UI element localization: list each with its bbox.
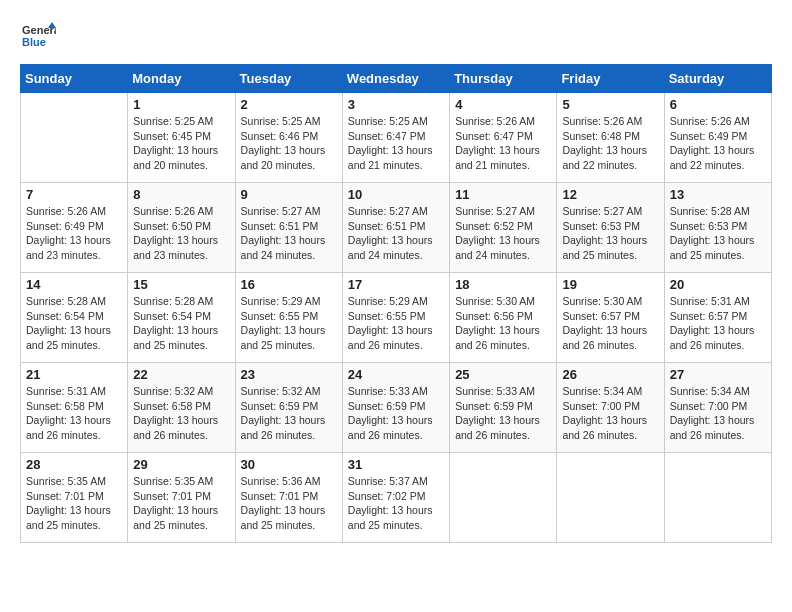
- calendar-cell: 14Sunrise: 5:28 AM Sunset: 6:54 PM Dayli…: [21, 273, 128, 363]
- calendar-cell: 20Sunrise: 5:31 AM Sunset: 6:57 PM Dayli…: [664, 273, 771, 363]
- day-number: 31: [348, 457, 444, 472]
- weekday-header-thursday: Thursday: [450, 65, 557, 93]
- weekday-header-wednesday: Wednesday: [342, 65, 449, 93]
- day-info: Sunrise: 5:37 AM Sunset: 7:02 PM Dayligh…: [348, 474, 444, 533]
- week-row-5: 28Sunrise: 5:35 AM Sunset: 7:01 PM Dayli…: [21, 453, 772, 543]
- day-number: 27: [670, 367, 766, 382]
- day-number: 8: [133, 187, 229, 202]
- calendar-cell: 22Sunrise: 5:32 AM Sunset: 6:58 PM Dayli…: [128, 363, 235, 453]
- day-info: Sunrise: 5:25 AM Sunset: 6:46 PM Dayligh…: [241, 114, 337, 173]
- calendar-cell: 2Sunrise: 5:25 AM Sunset: 6:46 PM Daylig…: [235, 93, 342, 183]
- logo: General Blue: [20, 20, 56, 56]
- week-row-2: 7Sunrise: 5:26 AM Sunset: 6:49 PM Daylig…: [21, 183, 772, 273]
- header: General Blue: [20, 20, 772, 56]
- day-info: Sunrise: 5:30 AM Sunset: 6:57 PM Dayligh…: [562, 294, 658, 353]
- day-number: 18: [455, 277, 551, 292]
- day-number: 1: [133, 97, 229, 112]
- calendar-cell: 15Sunrise: 5:28 AM Sunset: 6:54 PM Dayli…: [128, 273, 235, 363]
- day-info: Sunrise: 5:28 AM Sunset: 6:53 PM Dayligh…: [670, 204, 766, 263]
- day-number: 10: [348, 187, 444, 202]
- calendar-cell: 6Sunrise: 5:26 AM Sunset: 6:49 PM Daylig…: [664, 93, 771, 183]
- day-number: 20: [670, 277, 766, 292]
- day-info: Sunrise: 5:25 AM Sunset: 6:45 PM Dayligh…: [133, 114, 229, 173]
- week-row-4: 21Sunrise: 5:31 AM Sunset: 6:58 PM Dayli…: [21, 363, 772, 453]
- calendar-cell: 16Sunrise: 5:29 AM Sunset: 6:55 PM Dayli…: [235, 273, 342, 363]
- calendar-cell: 30Sunrise: 5:36 AM Sunset: 7:01 PM Dayli…: [235, 453, 342, 543]
- week-row-3: 14Sunrise: 5:28 AM Sunset: 6:54 PM Dayli…: [21, 273, 772, 363]
- day-number: 3: [348, 97, 444, 112]
- calendar-body: 1Sunrise: 5:25 AM Sunset: 6:45 PM Daylig…: [21, 93, 772, 543]
- day-info: Sunrise: 5:36 AM Sunset: 7:01 PM Dayligh…: [241, 474, 337, 533]
- calendar-cell: 29Sunrise: 5:35 AM Sunset: 7:01 PM Dayli…: [128, 453, 235, 543]
- day-number: 21: [26, 367, 122, 382]
- week-row-1: 1Sunrise: 5:25 AM Sunset: 6:45 PM Daylig…: [21, 93, 772, 183]
- day-info: Sunrise: 5:26 AM Sunset: 6:49 PM Dayligh…: [670, 114, 766, 173]
- svg-text:Blue: Blue: [22, 36, 46, 48]
- day-number: 13: [670, 187, 766, 202]
- calendar-cell: [557, 453, 664, 543]
- calendar-cell: [450, 453, 557, 543]
- weekday-header-row: SundayMondayTuesdayWednesdayThursdayFrid…: [21, 65, 772, 93]
- day-number: 4: [455, 97, 551, 112]
- calendar-cell: 27Sunrise: 5:34 AM Sunset: 7:00 PM Dayli…: [664, 363, 771, 453]
- day-info: Sunrise: 5:35 AM Sunset: 7:01 PM Dayligh…: [133, 474, 229, 533]
- day-number: 12: [562, 187, 658, 202]
- day-info: Sunrise: 5:35 AM Sunset: 7:01 PM Dayligh…: [26, 474, 122, 533]
- calendar-cell: 18Sunrise: 5:30 AM Sunset: 6:56 PM Dayli…: [450, 273, 557, 363]
- calendar-cell: 9Sunrise: 5:27 AM Sunset: 6:51 PM Daylig…: [235, 183, 342, 273]
- day-info: Sunrise: 5:27 AM Sunset: 6:52 PM Dayligh…: [455, 204, 551, 263]
- calendar-cell: 10Sunrise: 5:27 AM Sunset: 6:51 PM Dayli…: [342, 183, 449, 273]
- calendar-cell: 31Sunrise: 5:37 AM Sunset: 7:02 PM Dayli…: [342, 453, 449, 543]
- day-info: Sunrise: 5:26 AM Sunset: 6:49 PM Dayligh…: [26, 204, 122, 263]
- day-number: 28: [26, 457, 122, 472]
- calendar-cell: 28Sunrise: 5:35 AM Sunset: 7:01 PM Dayli…: [21, 453, 128, 543]
- calendar-cell: 5Sunrise: 5:26 AM Sunset: 6:48 PM Daylig…: [557, 93, 664, 183]
- day-number: 2: [241, 97, 337, 112]
- day-number: 26: [562, 367, 658, 382]
- day-info: Sunrise: 5:26 AM Sunset: 6:50 PM Dayligh…: [133, 204, 229, 263]
- day-info: Sunrise: 5:28 AM Sunset: 6:54 PM Dayligh…: [26, 294, 122, 353]
- day-number: 9: [241, 187, 337, 202]
- day-number: 30: [241, 457, 337, 472]
- day-info: Sunrise: 5:30 AM Sunset: 6:56 PM Dayligh…: [455, 294, 551, 353]
- calendar-cell: 24Sunrise: 5:33 AM Sunset: 6:59 PM Dayli…: [342, 363, 449, 453]
- calendar-cell: 1Sunrise: 5:25 AM Sunset: 6:45 PM Daylig…: [128, 93, 235, 183]
- day-info: Sunrise: 5:25 AM Sunset: 6:47 PM Dayligh…: [348, 114, 444, 173]
- day-info: Sunrise: 5:31 AM Sunset: 6:58 PM Dayligh…: [26, 384, 122, 443]
- calendar-cell: 13Sunrise: 5:28 AM Sunset: 6:53 PM Dayli…: [664, 183, 771, 273]
- day-info: Sunrise: 5:27 AM Sunset: 6:51 PM Dayligh…: [241, 204, 337, 263]
- day-info: Sunrise: 5:33 AM Sunset: 6:59 PM Dayligh…: [455, 384, 551, 443]
- calendar-header: SundayMondayTuesdayWednesdayThursdayFrid…: [21, 65, 772, 93]
- day-info: Sunrise: 5:29 AM Sunset: 6:55 PM Dayligh…: [241, 294, 337, 353]
- calendar-cell: [21, 93, 128, 183]
- day-info: Sunrise: 5:27 AM Sunset: 6:51 PM Dayligh…: [348, 204, 444, 263]
- day-info: Sunrise: 5:29 AM Sunset: 6:55 PM Dayligh…: [348, 294, 444, 353]
- day-info: Sunrise: 5:34 AM Sunset: 7:00 PM Dayligh…: [670, 384, 766, 443]
- calendar-cell: 23Sunrise: 5:32 AM Sunset: 6:59 PM Dayli…: [235, 363, 342, 453]
- calendar-cell: 21Sunrise: 5:31 AM Sunset: 6:58 PM Dayli…: [21, 363, 128, 453]
- day-number: 29: [133, 457, 229, 472]
- day-info: Sunrise: 5:32 AM Sunset: 6:58 PM Dayligh…: [133, 384, 229, 443]
- calendar-cell: 26Sunrise: 5:34 AM Sunset: 7:00 PM Dayli…: [557, 363, 664, 453]
- calendar-cell: 25Sunrise: 5:33 AM Sunset: 6:59 PM Dayli…: [450, 363, 557, 453]
- weekday-header-sunday: Sunday: [21, 65, 128, 93]
- day-info: Sunrise: 5:34 AM Sunset: 7:00 PM Dayligh…: [562, 384, 658, 443]
- calendar-cell: 8Sunrise: 5:26 AM Sunset: 6:50 PM Daylig…: [128, 183, 235, 273]
- calendar-cell: 4Sunrise: 5:26 AM Sunset: 6:47 PM Daylig…: [450, 93, 557, 183]
- day-number: 11: [455, 187, 551, 202]
- day-number: 16: [241, 277, 337, 292]
- calendar-table: SundayMondayTuesdayWednesdayThursdayFrid…: [20, 64, 772, 543]
- day-info: Sunrise: 5:28 AM Sunset: 6:54 PM Dayligh…: [133, 294, 229, 353]
- weekday-header-monday: Monday: [128, 65, 235, 93]
- day-number: 6: [670, 97, 766, 112]
- day-number: 25: [455, 367, 551, 382]
- day-info: Sunrise: 5:27 AM Sunset: 6:53 PM Dayligh…: [562, 204, 658, 263]
- day-info: Sunrise: 5:26 AM Sunset: 6:47 PM Dayligh…: [455, 114, 551, 173]
- weekday-header-saturday: Saturday: [664, 65, 771, 93]
- calendar-cell: 17Sunrise: 5:29 AM Sunset: 6:55 PM Dayli…: [342, 273, 449, 363]
- day-info: Sunrise: 5:26 AM Sunset: 6:48 PM Dayligh…: [562, 114, 658, 173]
- day-number: 17: [348, 277, 444, 292]
- day-number: 14: [26, 277, 122, 292]
- day-info: Sunrise: 5:31 AM Sunset: 6:57 PM Dayligh…: [670, 294, 766, 353]
- calendar-cell: 11Sunrise: 5:27 AM Sunset: 6:52 PM Dayli…: [450, 183, 557, 273]
